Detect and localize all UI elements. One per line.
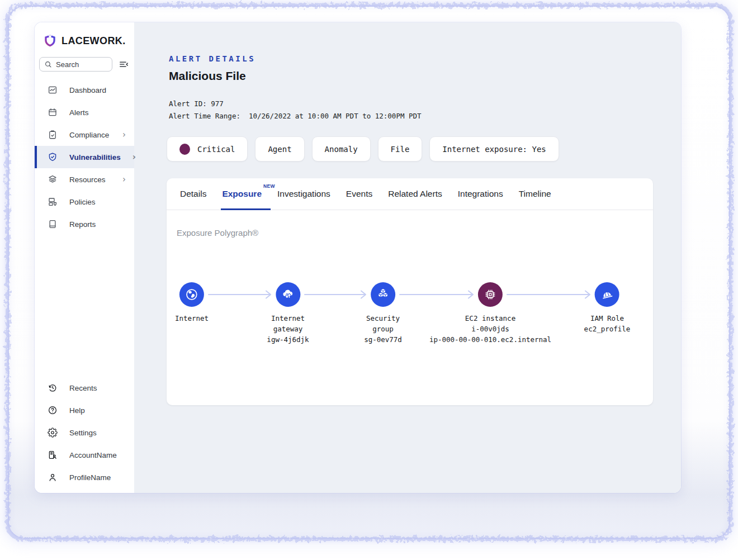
tab-integrations[interactable]: Integrations xyxy=(458,178,503,210)
internet-node-button[interactable] xyxy=(179,282,204,307)
sidebar-item-policies[interactable]: Policies xyxy=(35,191,134,213)
sidebar-item-reports[interactable]: Reports xyxy=(35,213,134,235)
logo-text: LACEWORK. xyxy=(62,35,126,47)
category-badge: Anomaly xyxy=(312,136,371,162)
sidebar-item-recents[interactable]: Recents xyxy=(35,377,134,399)
sidebar-item-label: Resources xyxy=(69,175,106,184)
sidebar-item-help[interactable]: Help xyxy=(35,399,134,421)
alert-details-card: Details Exposure NEW Investigations Even… xyxy=(167,178,653,405)
sidebar-item-label: AccountName xyxy=(69,451,117,459)
chevron-right-icon: › xyxy=(122,175,126,184)
globe-icon xyxy=(184,287,199,302)
node-ec2-instance: EC2 instance i-00v0jds ip-000-00-00-010.… xyxy=(429,282,551,345)
alert-meta: Alert ID: 977 Alert Time Range: 10/26/20… xyxy=(169,98,681,122)
lacework-logo[interactable]: LACEWORK. xyxy=(35,22,134,49)
polygraph-edges xyxy=(167,282,653,307)
sidebar-item-settings[interactable]: Settings xyxy=(35,421,134,444)
alerts-icon xyxy=(48,107,58,117)
app-window: LACEWORK. Dashboard xyxy=(35,22,681,493)
sidebar-item-resources[interactable]: Resources › xyxy=(35,168,134,191)
sidebar-item-label: Reports xyxy=(69,220,96,229)
ec2-instance-node-button[interactable] xyxy=(478,282,503,307)
main-content: ALERT DETAILS Malicious File Alert ID: 9… xyxy=(134,22,681,493)
tab-timeline[interactable]: Timeline xyxy=(519,178,551,210)
account-icon xyxy=(48,450,58,460)
sidebar-item-label: Alerts xyxy=(69,108,89,117)
sidebar-item-label: ProfileName xyxy=(69,473,111,482)
node-label: EC2 instance i-00v0jds ip-000-00-00-010.… xyxy=(429,314,551,345)
critical-severity-dot xyxy=(179,144,190,155)
tab-exposure[interactable]: Exposure NEW xyxy=(222,178,262,210)
sidebar-item-account[interactable]: AccountName xyxy=(35,444,134,466)
compliance-icon xyxy=(48,130,58,140)
sidebar-item-dashboard[interactable]: Dashboard xyxy=(35,79,134,101)
iam-role-node-button[interactable] xyxy=(595,282,619,307)
sidebar-item-label: Help xyxy=(69,406,85,415)
exposure-polygraph-diagram: Internet xyxy=(167,282,653,383)
node-internet: Internet xyxy=(175,282,209,324)
internet-gateway-node-button[interactable] xyxy=(276,282,300,307)
lacework-shield-icon xyxy=(42,34,58,49)
sidebar-item-vulnerabilities[interactable]: Vulnerabilities › xyxy=(35,146,134,168)
collapse-sidebar-button[interactable] xyxy=(117,58,130,70)
security-group-node-button[interactable] xyxy=(371,282,395,307)
type-badge: File xyxy=(378,136,423,162)
node-label: Internet xyxy=(175,314,209,324)
alert-time-range: Alert Time Range: 10/26/2022 at 10:00 AM… xyxy=(169,112,422,120)
severity-badge: Critical xyxy=(167,136,248,162)
source-badge: Agent xyxy=(255,136,304,162)
search-icon xyxy=(44,60,52,68)
dashboard-icon xyxy=(48,85,58,95)
tab-investigations[interactable]: Investigations xyxy=(277,178,330,210)
sidebar-nav: Dashboard Alerts Compliance › Vulnerabi xyxy=(35,79,134,235)
internet-exposure-badge: Internet exposure: Yes xyxy=(429,136,559,162)
profile-icon xyxy=(48,472,58,482)
search-input[interactable] xyxy=(56,60,107,69)
badge-label: Critical xyxy=(197,145,235,154)
badge-label: Agent xyxy=(268,145,291,154)
help-icon xyxy=(48,405,58,415)
sidebar-item-label: Vulnerabilities xyxy=(69,153,121,162)
reports-icon xyxy=(48,219,58,229)
badge-row: Critical Agent Anomaly File Internet exp… xyxy=(167,136,681,162)
new-badge: NEW xyxy=(263,183,275,189)
sidebar: LACEWORK. Dashboard xyxy=(35,22,134,493)
node-label: IAM Role ec2_profile xyxy=(584,314,631,335)
sidebar-item-profile[interactable]: ProfileName xyxy=(35,466,134,488)
page-title: Malicious File xyxy=(169,69,681,83)
chevron-right-icon: › xyxy=(122,131,126,139)
sidebar-item-label: Dashboard xyxy=(69,86,106,94)
node-internet-gateway: Internet gateway igw-4j6djk xyxy=(267,282,309,345)
breadcrumb-eyebrow: ALERT DETAILS xyxy=(169,54,681,63)
tab-related-alerts[interactable]: Related Alerts xyxy=(388,178,442,210)
tab-details[interactable]: Details xyxy=(180,178,206,210)
cloud-gateway-icon xyxy=(281,287,295,302)
hard-hat-icon xyxy=(600,287,614,302)
recents-icon xyxy=(48,383,58,393)
sidebar-item-alerts[interactable]: Alerts xyxy=(35,101,134,124)
sidebar-item-compliance[interactable]: Compliance › xyxy=(35,124,134,146)
sidebar-item-label: Recents xyxy=(69,384,97,392)
collapse-sidebar-icon xyxy=(119,59,129,70)
node-label: Internet gateway igw-4j6djk xyxy=(267,314,309,345)
vulnerabilities-icon xyxy=(48,152,58,162)
badge-label: File xyxy=(391,145,410,154)
sidebar-item-label: Settings xyxy=(69,429,97,437)
badge-label: Anomaly xyxy=(325,145,358,154)
sidebar-item-label: Compliance xyxy=(69,131,109,139)
settings-icon xyxy=(48,428,58,438)
chevron-right-icon: › xyxy=(133,153,136,162)
sidebar-item-label: Policies xyxy=(69,198,96,206)
tab-bar: Details Exposure NEW Investigations Even… xyxy=(167,178,653,210)
policies-icon xyxy=(48,197,58,207)
polygraph-title: Exposure Polygraph® xyxy=(177,228,653,238)
resources-icon xyxy=(48,174,58,184)
node-iam-role: IAM Role ec2_profile xyxy=(584,282,631,335)
node-security-group: Security group sg-0ev77d xyxy=(364,282,402,345)
search-box[interactable] xyxy=(39,57,112,72)
cubes-icon xyxy=(376,287,390,302)
tab-events[interactable]: Events xyxy=(346,178,372,210)
alert-id: Alert ID: 977 xyxy=(169,99,224,108)
badge-label: Internet exposure: Yes xyxy=(442,145,546,154)
sidebar-footer-nav: Recents Help Settings Acc xyxy=(35,377,134,493)
